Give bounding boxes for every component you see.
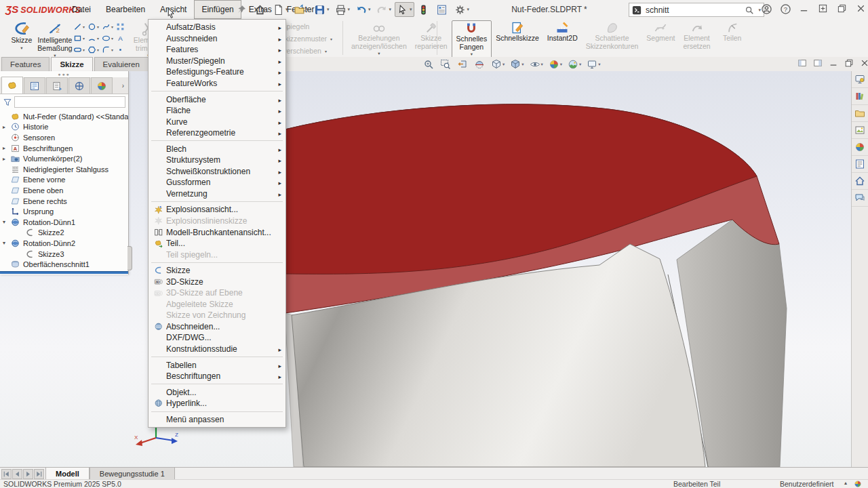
insert-menu-item[interactable]: Kurve xyxy=(149,116,285,127)
view-toolbar-button[interactable] xyxy=(471,58,488,70)
tab-nav-button[interactable] xyxy=(1,469,12,479)
insert-menu-item[interactable]: Fläche xyxy=(149,105,285,117)
quickbar-button[interactable] xyxy=(434,2,451,17)
task-pane-button[interactable] xyxy=(852,139,868,156)
document-window-button[interactable] xyxy=(829,58,838,68)
ribbon-button[interactable]: Teilen xyxy=(715,20,750,44)
sketch-tool-button[interactable]: ▾ xyxy=(87,21,102,33)
insert-menu-item[interactable] xyxy=(149,260,285,265)
insert-menu-item[interactable]: Menü anpassen xyxy=(149,414,285,426)
task-pane-button[interactable] xyxy=(852,71,868,88)
tree-item[interactable]: Oberflächenschnitt1 xyxy=(0,259,128,270)
menu-item[interactable]: Datei xyxy=(64,0,98,19)
insert-menu-item[interactable]: Hyperlink... xyxy=(149,398,285,409)
ribbon-button[interactable]: Schnellskizze xyxy=(492,20,543,44)
tree-item[interactable]: Skizze3 xyxy=(0,249,128,260)
sketch-tool-button[interactable]: ▾ xyxy=(73,21,87,33)
insert-menu-item[interactable]: Referenzgeometrie xyxy=(149,127,285,139)
ribbon-button[interactable]: Beziehungen anzeigen/löschen ▾ xyxy=(347,20,411,57)
search-input[interactable] xyxy=(644,5,742,16)
ribbon-button[interactable]: Schnelles Fangen ▾ xyxy=(452,20,492,58)
task-pane-button[interactable] xyxy=(852,173,868,190)
tree-item[interactable]: Ebene rechts xyxy=(0,196,128,207)
document-tab[interactable]: Modell xyxy=(45,468,90,480)
insert-menu-item[interactable]: Skizze xyxy=(149,265,285,277)
sketch-tool-button[interactable]: ▾ xyxy=(87,33,102,44)
insert-menu-item[interactable]: Modell-Bruchkantenansicht... xyxy=(149,226,285,238)
view-toolbar-button[interactable] xyxy=(454,58,471,70)
ribbon-button[interactable]: Skizze reparieren xyxy=(411,20,452,52)
tree-item[interactable]: Skizze2 xyxy=(0,228,128,239)
sketch-tool-button[interactable] xyxy=(116,21,130,33)
status-sphere-icon[interactable] xyxy=(854,480,862,488)
quickbar-button[interactable]: ▾ xyxy=(395,2,414,17)
quickbar-button[interactable]: ▾ xyxy=(353,2,373,17)
insert-menu-item[interactable] xyxy=(149,199,285,204)
tab-nav-button[interactable] xyxy=(12,469,22,479)
document-tab[interactable]: Bewegungsstudie 1 xyxy=(90,468,175,480)
sketch-tool-button[interactable]: ▾ xyxy=(73,33,87,44)
sketch-tool-button[interactable]: ▾ xyxy=(102,33,116,44)
sketch-tool-button[interactable]: ▾ xyxy=(73,44,87,56)
insert-menu-item[interactable]: Beschriftungen xyxy=(149,371,285,382)
insert-menu-item[interactable]: Explosionsansicht... xyxy=(149,204,285,216)
task-pane-button[interactable] xyxy=(852,88,868,105)
window-control-button[interactable] xyxy=(799,3,809,14)
filter-funnel-icon[interactable] xyxy=(3,98,12,107)
quickbar-button[interactable]: ▾ xyxy=(271,2,290,17)
search-command-icon[interactable] xyxy=(632,5,642,15)
view-toolbar-button[interactable] xyxy=(420,58,437,70)
view-toolbar-button[interactable]: ▾ xyxy=(565,58,584,70)
quickbar-button[interactable]: ▾ xyxy=(312,2,332,17)
insert-menu-item[interactable]: Vernetzung xyxy=(149,188,285,200)
units-caret[interactable]: ▴ xyxy=(844,480,847,486)
insert-menu-item[interactable]: Explosionslinienskizze xyxy=(149,216,285,227)
window-control-button[interactable] xyxy=(837,3,847,14)
sketch-button[interactable]: Skizze ▾ xyxy=(4,20,39,51)
insert-menu-item[interactable]: Abschneiden... xyxy=(149,321,285,333)
insert-menu-item[interactable]: Ausschneiden xyxy=(149,33,285,45)
insert-menu-item[interactable]: 3D 3D-Skizze xyxy=(149,276,285,287)
view-toolbar-button[interactable]: ▾ xyxy=(546,58,565,70)
expand-caret[interactable]: ▾ xyxy=(3,240,10,246)
expand-caret[interactable]: ▾ xyxy=(3,219,10,225)
panel-splitter-handle[interactable] xyxy=(127,246,132,270)
quickbar-button[interactable] xyxy=(252,2,269,17)
insert-menu-item[interactable]: Teil... xyxy=(149,238,285,249)
ribbon-button[interactable]: Element ersetzen xyxy=(679,20,714,52)
insert-menu-item[interactable]: Muster/Spiegeln xyxy=(149,56,285,67)
document-window-button[interactable] xyxy=(860,58,868,68)
menu-item[interactable]: Bearbeiten xyxy=(98,0,153,19)
sketch-tool-button[interactable]: ▾ xyxy=(102,21,116,33)
sketch-tool-button[interactable]: ▾ xyxy=(87,44,102,56)
tree-item[interactable]: Ebene oben xyxy=(0,185,128,196)
pin-icon[interactable] xyxy=(236,4,247,15)
insert-menu-item[interactable]: Skizze von Zeichnung xyxy=(149,310,285,321)
insert-menu-item[interactable]: Oberfläche xyxy=(149,94,285,105)
insert-menu-item[interactable]: Schweißkonstruktionen xyxy=(149,166,285,178)
quickbar-button[interactable]: ▾ xyxy=(374,2,394,17)
tree-item[interactable]: ▾ Rotation-Dünn1 xyxy=(0,217,128,228)
sketch-tool-button[interactable] xyxy=(116,44,130,56)
insert-menu-item[interactable]: Konstruktionsstudie xyxy=(149,344,285,355)
ribbon-button[interactable]: Instant2D xyxy=(543,20,582,44)
insert-menu-item[interactable]: Tabellen xyxy=(149,359,285,371)
task-pane-button[interactable] xyxy=(852,122,868,139)
view-toolbar-button[interactable] xyxy=(437,58,454,70)
quickbar-button[interactable]: ▾ xyxy=(452,2,472,17)
insert-menu-item[interactable]: Blech xyxy=(149,143,285,155)
window-control-button[interactable] xyxy=(818,3,828,14)
featuremanager-tab[interactable] xyxy=(1,77,23,94)
view-toolbar-button[interactable]: ▾ xyxy=(488,58,507,70)
insert-menu-item[interactable]: 3D 3D-Skizze auf Ebene xyxy=(149,287,285,299)
view-toolbar-button[interactable]: ▾ xyxy=(507,58,526,70)
insert-menu-item[interactable]: FeatureWorks xyxy=(149,78,285,89)
expand-caret[interactable]: ▸ xyxy=(3,145,10,151)
insert-menu-item[interactable]: Befestigungs-Feature xyxy=(149,66,285,78)
document-window-button[interactable] xyxy=(797,58,807,68)
tree-item[interactable]: ▾ Rotation-Dünn2 xyxy=(0,238,128,249)
insert-menu-item[interactable]: Abgeleitete Skizze xyxy=(149,299,285,310)
menu-item[interactable]: Einfügen xyxy=(194,0,241,19)
smart-dimension-button[interactable]: 2 Intelligente Bemaßung ▾ xyxy=(35,20,75,58)
featuremanager-tab[interactable] xyxy=(24,77,45,94)
